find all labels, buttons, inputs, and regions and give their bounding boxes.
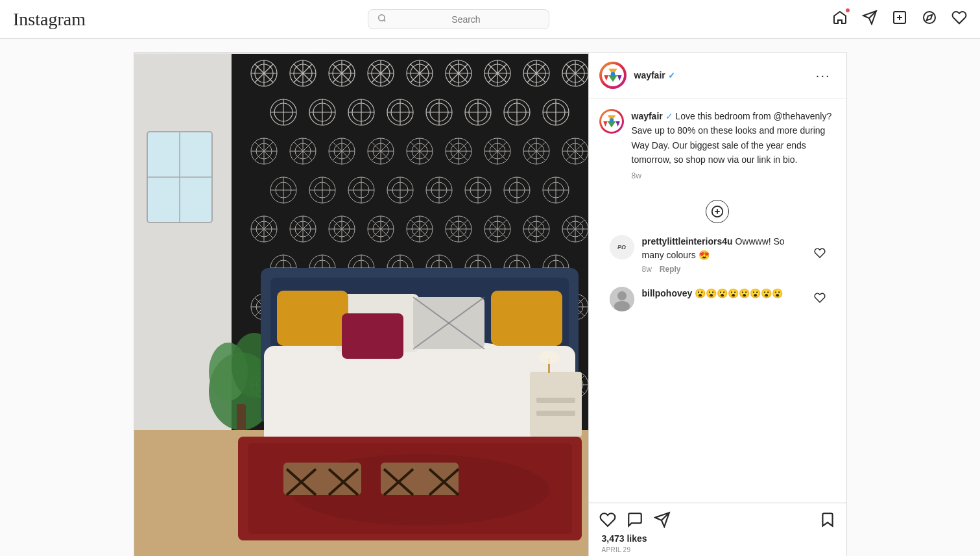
heart-nav-button[interactable] [951,10,967,29]
svg-point-463 [614,301,630,311]
svg-point-0 [379,15,385,21]
caption-text: wayfair ✓ Love this bedroom from @thehav… [632,109,836,167]
svg-point-5 [924,12,935,23]
svg-point-462 [617,291,627,300]
post-right-panel: wayfair ✓ ··· [588,53,846,556]
svg-rect-418 [277,291,348,346]
comment-body-1: prettylittleinteriors4u Owwww! So many c… [642,235,806,274]
comment-reply-button-1[interactable]: Reply [660,265,681,274]
comment-username-2[interactable]: billpohovey [642,288,693,298]
comment-username-1[interactable]: prettylittleinteriors4u [642,236,733,247]
caption-avatar [599,109,624,134]
search-icon [377,14,387,25]
nav-icons [832,10,967,29]
svg-rect-425 [536,398,575,403]
compass-nav-button[interactable] [922,10,937,29]
caption-username[interactable]: wayfair [632,111,663,121]
caption-content: wayfair ✓ Love this bedroom from @thehav… [632,109,836,180]
post-username[interactable]: wayfair ✓ [634,70,811,80]
comment-time-1: 8w [642,265,652,274]
post-actions: 3,473 likes APRIL 29 [589,503,846,556]
add-comment-button[interactable] [706,200,729,223]
search-bar[interactable] [368,9,549,29]
post-container: wayfair ✓ ··· [134,52,847,556]
notification-dot [846,8,850,12]
post-account-info: wayfair ✓ [634,70,811,80]
comment-row: PΩ prettylittleinteriors4u Owwww! So man… [610,235,826,274]
svg-point-457 [609,118,613,122]
instagram-logo: Instagram [13,9,86,30]
svg-rect-420 [342,313,403,359]
comment-button[interactable] [627,511,643,528]
svg-point-428 [539,351,560,364]
comment-avatar-pli: PΩ [610,235,634,260]
verified-badge: ✓ [668,71,675,80]
comment-body-2: billpohovey 😮😮😮😮😮😮😮😮 [642,287,806,300]
verified-in-caption: ✓ [665,111,673,121]
comment-like-button-1[interactable] [814,247,826,261]
add-comment-divider [599,188,836,235]
comment-like-button-2[interactable] [814,292,826,306]
save-button[interactable] [819,511,836,528]
create-nav-button[interactable] [892,10,907,29]
likes-count: 3,473 likes [599,533,836,544]
comments-list: PΩ prettylittleinteriors4u Owwww! So man… [599,235,836,311]
like-button[interactable] [599,511,616,528]
post-date: APRIL 29 [599,546,836,556]
svg-rect-412 [237,404,246,430]
caption-row: wayfair ✓ Love this bedroom from @thehav… [599,109,836,180]
app-header: Instagram [0,0,980,39]
search-input[interactable] [392,14,540,25]
comment-text-1: prettylittleinteriors4u Owwww! So many c… [642,235,806,262]
svg-rect-426 [536,411,575,416]
svg-rect-432 [283,463,361,495]
svg-marker-6 [927,14,932,19]
post-account-avatar[interactable] [599,62,627,89]
main-content: wayfair ✓ ··· [0,39,980,556]
post-more-options-button[interactable]: ··· [811,66,836,86]
comment-meta-1: 8w Reply [642,265,806,274]
caption-time: 8w [632,171,836,180]
svg-line-1 [384,20,386,22]
svg-rect-419 [491,291,562,346]
comment-row-2: billpohovey 😮😮😮😮😮😮😮😮 [610,287,826,311]
action-buttons-row [599,511,836,528]
svg-rect-424 [530,372,582,437]
post-caption-area: wayfair ✓ Love this bedroom from @thehav… [589,99,846,503]
explore-nav-button[interactable] [862,10,878,29]
home-nav-button[interactable] [832,10,848,29]
post-image [134,53,588,556]
svg-point-451 [610,72,615,77]
comment-avatar-bill [610,287,634,311]
post-header: wayfair ✓ ··· [589,53,846,99]
share-button[interactable] [654,511,671,528]
comment-text-2: billpohovey 😮😮😮😮😮😮😮😮 [642,287,806,300]
